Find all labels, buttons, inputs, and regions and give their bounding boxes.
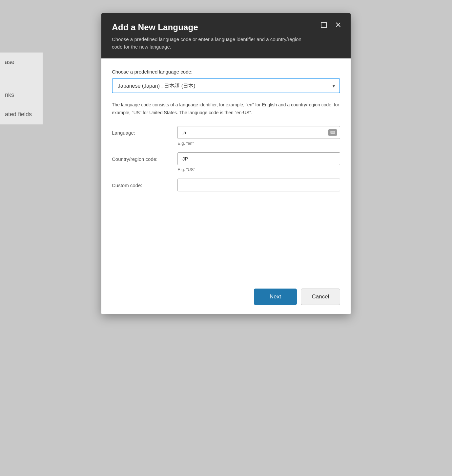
modal-overlay: Add a New Language Choose a predefined l… — [0, 0, 452, 476]
header-controls: ✕ — [319, 20, 343, 30]
language-select[interactable]: Japanese (Japan) : 日本語 (日本) English (Uni… — [112, 78, 340, 93]
language-label: Language: — [112, 126, 177, 136]
language-hint: E.g. "en" — [177, 141, 340, 146]
language-input[interactable] — [177, 126, 340, 139]
modal-body: Choose a predefined language code: Japan… — [101, 58, 351, 282]
close-icon: ✕ — [335, 20, 341, 30]
language-row: Language: ⌨ E.g. "en" — [112, 126, 340, 146]
modal-header: Add a New Language Choose a predefined l… — [101, 13, 351, 58]
close-button[interactable]: ✕ — [334, 20, 343, 30]
country-label: Country/region code: — [112, 152, 177, 162]
keyboard-icon: ⌨ — [328, 129, 337, 136]
language-select-wrapper: Japanese (Japan) : 日本語 (日本) English (Uni… — [112, 78, 340, 93]
country-input[interactable] — [177, 152, 340, 165]
country-hint: E.g. "US" — [177, 167, 340, 172]
custom-label: Custom code: — [112, 179, 177, 188]
country-field-wrapper: E.g. "US" — [177, 152, 340, 172]
modal-title: Add a New Language — [112, 22, 340, 32]
description-text: The language code consists of a language… — [112, 101, 340, 117]
next-button[interactable]: Next — [254, 289, 297, 305]
maximize-icon — [321, 22, 327, 28]
language-input-container: ⌨ — [177, 126, 340, 139]
cancel-button[interactable]: Cancel — [301, 289, 340, 305]
modal-footer: Next Cancel — [101, 282, 351, 314]
modal-subtitle: Choose a predefined language code or ent… — [112, 36, 309, 51]
language-field-wrapper: ⌨ E.g. "en" — [177, 126, 340, 146]
modal-dialog: Add a New Language Choose a predefined l… — [101, 13, 351, 314]
custom-field-wrapper — [177, 179, 340, 191]
maximize-button[interactable] — [319, 20, 328, 30]
predefined-label: Choose a predefined language code: — [112, 69, 340, 75]
custom-row: Custom code: — [112, 179, 340, 191]
country-row: Country/region code: E.g. "US" — [112, 152, 340, 172]
custom-input[interactable] — [177, 179, 340, 191]
